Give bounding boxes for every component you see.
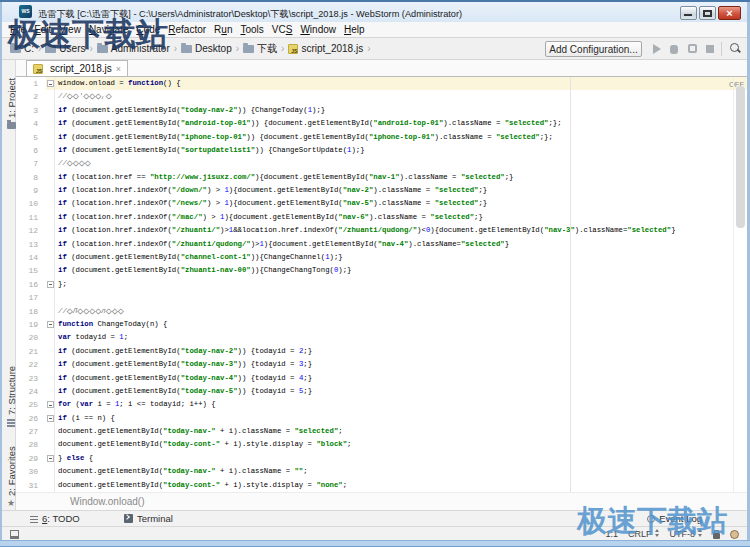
chevron-right-icon: › (174, 43, 177, 54)
fold-marker[interactable] (47, 80, 54, 87)
star-icon: ★ (7, 498, 15, 508)
js-file-icon (288, 44, 298, 54)
watermark-top: 极速下载站 (8, 13, 168, 57)
gutter-border (54, 77, 55, 492)
line-number: 10 (28, 197, 38, 210)
code-line: for (var i = 1; i <= todayid; i++) { (58, 398, 216, 411)
code-line: if (location.href.indexOf("/down/") > 1)… (58, 184, 487, 197)
fold-marker[interactable] (47, 281, 54, 288)
code-line: document.getElementById("today-nav-" + i… (58, 425, 343, 438)
line-number: 28 (28, 438, 38, 451)
context-label[interactable]: Window.onload() (70, 496, 144, 507)
app-window: WS 迅雷下载 [C:\迅雷下载] - C:\Users\Administrat… (0, 0, 750, 547)
toolwindow-button-terminal[interactable]: Terminal (124, 511, 173, 526)
line-number: 3 (33, 104, 38, 117)
right-margin-guide (570, 77, 571, 492)
code-line: var todayid = 1; (58, 331, 128, 344)
code-line: if (document.getElementById("zhuanti-nav… (58, 264, 351, 277)
line-number: 24 (28, 385, 38, 398)
structure-icon (7, 418, 15, 426)
line-number: 1 (33, 77, 38, 90)
stop-icon[interactable] (706, 45, 714, 53)
code-area[interactable]: window.onload = function() {//◇◇'◇◇◇,◇if… (58, 77, 734, 492)
line-number: 23 (28, 372, 38, 385)
line-number: 29 (28, 452, 38, 465)
line-number: 30 (28, 465, 38, 478)
hector-inspector-icon[interactable] (730, 530, 739, 539)
run-icon[interactable] (652, 44, 662, 54)
close-button[interactable]: × (718, 6, 741, 20)
breadcrumb-script-2018-js[interactable]: script_2018.js (288, 43, 363, 54)
code-line: if (i == n) { (58, 412, 115, 425)
menu-tools[interactable]: Tools (240, 24, 263, 35)
toolbar-separator (721, 42, 722, 56)
add-configuration-button[interactable]: Add Configuration... (545, 41, 642, 57)
fold-marker[interactable] (47, 455, 54, 462)
editor-scrollbar[interactable] (733, 77, 747, 492)
code-line: } else { (58, 452, 93, 465)
line-number: 25 (28, 398, 38, 411)
terminal-icon (124, 514, 133, 523)
fold-marker[interactable] (47, 415, 54, 422)
code-line: if (location.href.indexOf("/zhuanti/qudo… (58, 238, 509, 251)
line-number: 16 (28, 278, 38, 291)
coverage-icon[interactable] (688, 44, 697, 53)
line-number: 13 (28, 238, 38, 251)
minimize-button[interactable] (680, 6, 697, 20)
line-number: 21 (28, 345, 38, 358)
code-line: if (location.href.indexOf("/zhuanti/")>1… (58, 224, 676, 237)
code-line: if (document.getElementById("today-nav-3… (58, 358, 312, 371)
line-number: 9 (33, 184, 38, 197)
line-number: 22 (28, 358, 38, 371)
code-line: if (document.getElementById("sortupdatel… (58, 144, 365, 157)
project-icon (7, 122, 16, 129)
line-number: 11 (28, 211, 38, 224)
editor-gutter: 1234567891011121314151617181920212223242… (16, 77, 40, 492)
line-number: 12 (28, 224, 38, 237)
folder-icon (181, 45, 192, 53)
code-line: if (document.getElementById("today-nav-5… (58, 385, 312, 398)
left-tool-window-bar: 1: Project7: Structure★2: Favorites (2, 60, 16, 526)
debug-icon[interactable] (670, 45, 678, 54)
toolwindow-button-6-todo[interactable]: 6: TODO (30, 511, 80, 526)
folder-icon (243, 45, 254, 53)
line-number: 20 (28, 331, 38, 344)
menu-vcs[interactable]: VCS (272, 24, 293, 35)
tab-script-2018[interactable]: script_2018.js × (26, 60, 128, 77)
code-line: if (location.href.indexOf("/mac/") > 1){… (58, 211, 483, 224)
window-border-top (0, 0, 750, 2)
maximize-button[interactable] (699, 6, 716, 20)
window-border-left (0, 2, 2, 540)
chevron-right-icon: › (281, 43, 284, 54)
code-line: if (document.getElementById("today-nav-2… (58, 345, 312, 358)
close-icon: × (719, 7, 740, 20)
menu-window[interactable]: Window (300, 24, 336, 35)
code-line: window.onload = function() { (58, 77, 181, 90)
tab-label: script_2018.js (50, 63, 112, 74)
line-number: 15 (28, 264, 38, 277)
editor-tab-bar: script_2018.js × (16, 60, 747, 77)
fold-marker[interactable] (47, 401, 54, 408)
breadcrumb--[interactable]: 下载 (243, 42, 277, 56)
chevron-right-icon: › (236, 43, 239, 54)
menu-help[interactable]: Help (344, 24, 365, 35)
search-icon[interactable] (730, 43, 742, 55)
line-number: 7 (33, 157, 38, 170)
line-number: 6 (33, 144, 38, 157)
minimize-icon (684, 14, 692, 16)
todo-icon (30, 515, 38, 523)
code-line: }; (58, 278, 67, 291)
code-line: document.getElementById("today-cont-" + … (58, 479, 347, 492)
toolwindow-toggle-icon[interactable] (10, 530, 19, 539)
breadcrumb-desktop[interactable]: Desktop (181, 43, 232, 54)
tab-close-icon[interactable]: × (116, 64, 121, 74)
menu-refactor[interactable]: Refactor (168, 24, 206, 35)
scrollbar-thumb[interactable] (736, 86, 745, 228)
code-line: //◇◇'◇◇◇,◇ (58, 90, 112, 103)
menu-run[interactable]: Run (214, 24, 232, 35)
js-file-icon (33, 64, 43, 74)
editor[interactable]: 1234567891011121314151617181920212223242… (16, 77, 747, 492)
maximize-icon (703, 10, 712, 17)
fold-marker[interactable] (47, 321, 54, 328)
line-number: 31 (28, 479, 38, 492)
